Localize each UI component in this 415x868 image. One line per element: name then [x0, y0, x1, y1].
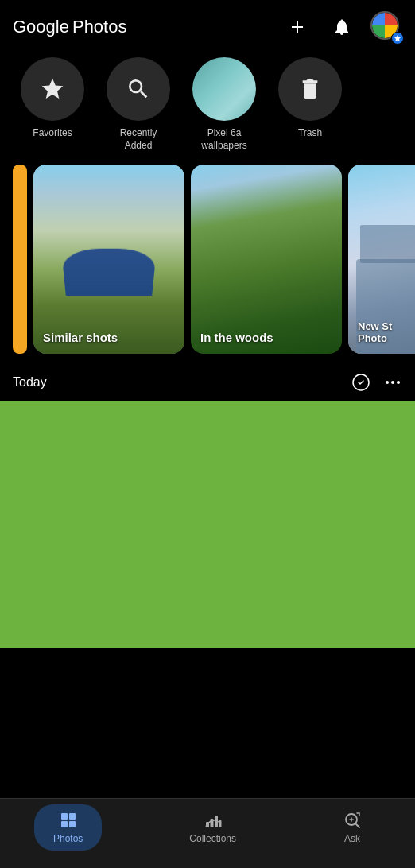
favorites-label: Favorites	[33, 127, 72, 140]
header-actions	[281, 11, 402, 43]
quick-access-pixel-wallpapers[interactable]: Pixel 6a wallpapers	[184, 57, 264, 152]
today-action-buttons	[351, 373, 402, 392]
quick-access-row: Favorites Recently Added Pixel 6a wallpa…	[0, 51, 415, 165]
collections-nav-icon	[204, 811, 223, 830]
recently-added-icon-circle	[107, 57, 170, 121]
svg-rect-5	[69, 813, 76, 820]
memory-card-similar-shots[interactable]: Similar shots	[33, 165, 184, 354]
header: Google Photos	[0, 0, 415, 51]
photos-nav-label: Photos	[53, 833, 83, 844]
photo-green[interactable]	[0, 401, 415, 648]
quick-access-trash[interactable]: Trash	[270, 57, 350, 152]
favorites-icon-circle	[21, 57, 84, 121]
photos-nav-icon	[59, 811, 78, 830]
more-options-icon	[383, 373, 402, 392]
svg-point-3	[397, 381, 400, 384]
memories-row: Similar shots In the woods New StPhoto	[0, 165, 415, 363]
memory-strip-left[interactable]	[13, 165, 27, 354]
more-options-button[interactable]	[383, 373, 402, 392]
avatar-badge	[391, 32, 404, 45]
today-section: Today	[0, 363, 415, 401]
svg-rect-7	[69, 821, 76, 827]
today-label: Today	[13, 375, 47, 389]
checkmark-circle-icon	[351, 373, 370, 392]
memory-card-woods[interactable]: In the woods	[191, 165, 342, 354]
bottom-navigation: Photos Collections Ask	[0, 798, 415, 868]
new-st-label: New StPhoto	[358, 320, 392, 344]
trash-icon-circle	[278, 57, 342, 121]
avatar[interactable]	[370, 11, 402, 43]
select-day-button[interactable]	[351, 373, 370, 392]
memory-card-new-st[interactable]: New StPhoto	[348, 165, 415, 354]
svg-point-1	[386, 381, 389, 384]
quick-access-favorites[interactable]: Favorites	[13, 57, 92, 152]
svg-rect-4	[61, 813, 68, 820]
nav-collections[interactable]: Collections	[170, 804, 255, 851]
add-icon	[288, 17, 307, 37]
logo: Google Photos	[13, 17, 126, 37]
svg-point-2	[391, 381, 394, 384]
recently-added-label: Recently Added	[120, 127, 157, 152]
nav-ask[interactable]: Ask	[324, 804, 381, 851]
bell-icon	[332, 17, 351, 37]
star-icon	[40, 76, 65, 102]
ask-nav-icon	[343, 811, 362, 830]
collections-nav-label: Collections	[189, 833, 236, 844]
trash-icon	[297, 76, 323, 102]
ask-nav-label: Ask	[344, 833, 360, 844]
similar-shots-label: Similar shots	[43, 331, 118, 344]
clock-search-icon	[126, 76, 151, 102]
svg-rect-6	[61, 821, 68, 827]
pixel-wallpaper-icon-circle	[192, 57, 256, 121]
quick-access-recently-added[interactable]: Recently Added	[99, 57, 178, 152]
nav-photos[interactable]: Photos	[34, 804, 102, 851]
trash-label: Trash	[298, 127, 322, 140]
pixel-wallpapers-label: Pixel 6a wallpapers	[201, 127, 246, 152]
notifications-button[interactable]	[326, 11, 358, 43]
svg-rect-11	[219, 820, 221, 827]
add-button[interactable]	[281, 11, 313, 43]
in-the-woods-label: In the woods	[200, 331, 273, 344]
